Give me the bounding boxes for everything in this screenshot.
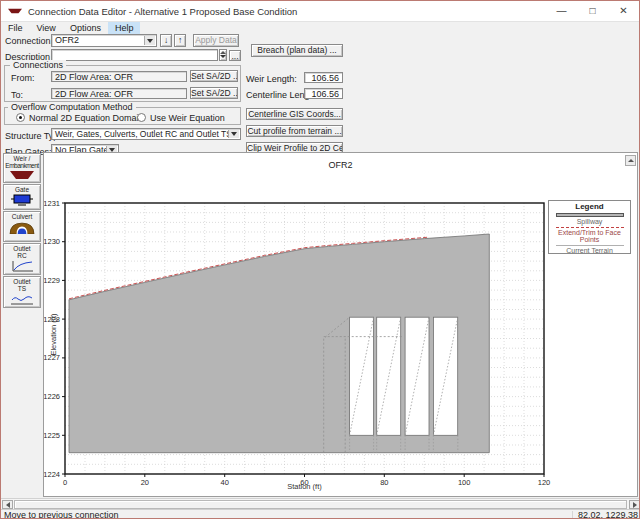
centerline-length-value: 106.56 (304, 88, 343, 99)
svg-text:1226: 1226 (44, 392, 60, 401)
svg-text:100: 100 (458, 478, 471, 487)
chevron-down-icon[interactable] (228, 130, 239, 138)
outlet-ts-button[interactable]: Outlet TS (3, 276, 41, 308)
profile-plot-panel: OFR2 Elevation (ft) Station (ft) 0204060… (43, 152, 638, 497)
svg-text:1229: 1229 (44, 276, 60, 285)
from-label: From: (11, 73, 35, 83)
status-divider (572, 511, 573, 519)
chevron-down-icon[interactable] (144, 36, 155, 45)
status-bar: Move to previous connection 82.02, 1229.… (1, 509, 640, 519)
to-label: To: (11, 90, 23, 100)
outlet-ts-label-1: Outlet (13, 278, 30, 285)
svg-text:1227: 1227 (44, 353, 60, 362)
legend-label-spillway: Spillway (549, 218, 630, 225)
arrow-right-icon (633, 502, 637, 508)
to-value-field: 2D Flow Area: OFR (51, 88, 187, 99)
legend-swatch-current-terrain (556, 245, 624, 246)
outlet-rc-button[interactable]: Outlet RC (3, 243, 41, 275)
svg-text:1224: 1224 (44, 470, 60, 479)
svg-text:1231: 1231 (44, 199, 60, 208)
scroll-left-button[interactable] (2, 500, 13, 509)
overflow-radio-normal[interactable] (16, 113, 25, 122)
connection-data-editor-window: Connection Data Editor - Alternative 1 P… (0, 0, 640, 519)
previous-connection-button[interactable]: ↓ (160, 34, 172, 47)
structure-type-combobox[interactable]: Weir, Gates, Culverts, Outlet RC and Out… (51, 128, 241, 140)
status-message: Move to previous connection (4, 510, 119, 519)
horizontal-scrollbar[interactable] (1, 498, 640, 509)
overflow-radio-normal-label[interactable]: Normal 2D Equation Domain (29, 113, 144, 123)
menu-file[interactable]: File (1, 22, 30, 34)
panel-scroll-up-button[interactable] (625, 155, 636, 166)
overflow-radio-weir-label[interactable]: Use Weir Equation (150, 113, 225, 123)
description-expand-button[interactable]: ... (229, 50, 241, 61)
cut-profile-from-terrain-button[interactable]: Cut profile from terrain ... (246, 125, 343, 137)
culvert-label: Culvert (12, 213, 33, 220)
close-button[interactable]: ✕ (608, 1, 639, 21)
next-connection-button[interactable]: ↑ (174, 34, 186, 47)
minimize-button[interactable]: — (546, 1, 577, 21)
legend-label-current-terrain: Current Terrain (549, 247, 630, 254)
legend-swatch-spillway (556, 213, 624, 217)
connection-value: OFR2 (55, 35, 79, 45)
legend-title: Legend (549, 201, 630, 211)
menu-help[interactable]: Help (108, 22, 141, 34)
svg-text:1225: 1225 (44, 431, 60, 440)
outlet-rc-label-2: RC (17, 252, 26, 259)
time-series-icon (9, 293, 35, 305)
svg-text:40: 40 (221, 478, 229, 487)
set-sa2d-to-button[interactable]: Set SA/2D ... (190, 87, 238, 99)
apply-data-button[interactable]: Apply Data (193, 34, 239, 47)
weir-embankment-label-1: Weir / (14, 155, 31, 162)
legend-label-extend-trim: Extend/Trim to Face Points (549, 229, 630, 243)
connection-combobox[interactable]: OFR2 (51, 34, 157, 47)
description-input[interactable] (51, 49, 218, 61)
connections-group-title: Connections (10, 60, 66, 70)
spinner-down-icon (220, 55, 226, 58)
window-title: Connection Data Editor - Alternative 1 P… (28, 6, 297, 17)
structure-type-value: Weir, Gates, Culverts, Outlet RC and Out… (55, 129, 232, 139)
spinner-up-icon (220, 51, 226, 54)
menu-view[interactable]: View (30, 22, 63, 34)
gate-label: Gate (15, 186, 29, 193)
svg-text:1230: 1230 (44, 237, 60, 246)
scroll-right-button[interactable] (629, 500, 640, 509)
svg-text:1228: 1228 (44, 315, 60, 324)
weir-icon (9, 170, 35, 180)
overflow-radio-weir[interactable] (137, 113, 146, 122)
gate-button[interactable]: Gate (3, 184, 41, 210)
weir-length-value: 106.56 (304, 72, 343, 83)
connection-label: Connection: (5, 36, 53, 46)
breach-plan-data-button[interactable]: Breach (plan data) ... (251, 44, 343, 57)
overflow-method-title: Overflow Computation Method (8, 102, 136, 112)
scrollbar-thumb[interactable] (14, 500, 627, 509)
menu-bar: File View Options Help (1, 22, 639, 34)
centerline-gis-coords-button[interactable]: Centerline GIS Coords... (246, 108, 343, 120)
svg-text:0: 0 (63, 478, 67, 487)
description-spinner[interactable] (219, 49, 227, 61)
from-value-field: 2D Flow Area: OFR (51, 71, 187, 82)
culvert-button[interactable]: Culvert (3, 211, 41, 242)
app-weir-icon (8, 6, 22, 16)
menu-options[interactable]: Options (63, 22, 108, 34)
weir-embankment-button[interactable]: Weir / Embankment (3, 153, 41, 183)
culvert-icon (9, 221, 35, 234)
legend: Legend Spillway Extend/Trim to Face Poin… (548, 200, 631, 254)
svg-text:20: 20 (141, 478, 149, 487)
svg-text:60: 60 (300, 478, 308, 487)
svg-text:80: 80 (380, 478, 388, 487)
outlet-rc-label-1: Outlet (13, 245, 30, 252)
legend-swatch-extend-trim (556, 227, 624, 228)
gate-icon (9, 194, 35, 206)
set-sa2d-from-button[interactable]: Set SA/2D ... (190, 70, 238, 82)
svg-text:120: 120 (538, 478, 551, 487)
weir-length-label: Weir Length: (246, 74, 297, 84)
rating-curve-icon (9, 260, 35, 272)
weir-embankment-label-2: Embankment (5, 162, 38, 169)
title-bar[interactable]: Connection Data Editor - Alternative 1 P… (1, 1, 639, 22)
arrow-left-icon (6, 502, 10, 508)
outlet-ts-label-2: TS (18, 285, 26, 292)
arrow-up-icon (628, 159, 634, 162)
maximize-button[interactable]: □ (577, 1, 608, 21)
cursor-coordinates: 82.02, 1229.38 (578, 510, 638, 519)
